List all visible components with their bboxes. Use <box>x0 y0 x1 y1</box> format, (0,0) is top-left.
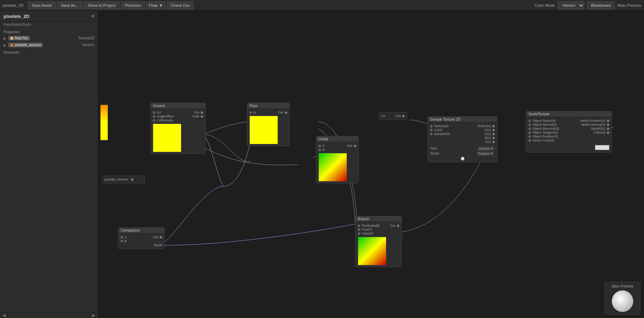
sprite-port-objspace <box>528 120 531 122</box>
main-preview-sphere <box>612 290 633 312</box>
voronoi-header: Voronoi <box>151 103 205 109</box>
toolbar-right: Color Mode <None> Blackboard Main Previe… <box>535 1 641 9</box>
expand-arrow-pixelate: ▶ <box>4 43 6 47</box>
show-in-project-button[interactable]: Show In Project <box>84 1 119 9</box>
branch-port-true <box>358 228 360 231</box>
properties-label: Properties <box>0 28 98 35</box>
divide-body: A Out B <box>316 142 358 183</box>
pixelate-dot <box>10 44 13 47</box>
pixelate-amount-out <box>131 178 133 181</box>
panel-header: pixelate_2D + <box>0 11 98 22</box>
pixelate-label: pixelate_amount <box>15 43 41 47</box>
divide-out-port <box>354 145 356 147</box>
panel-subtitle: EasyGameStudio <box>0 22 98 28</box>
pixelate-type: Vector1 <box>82 43 94 47</box>
st-out-rgba <box>492 125 495 127</box>
property-row-pixelate[interactable]: ▶ pixelate_amount Vector1 <box>0 42 98 48</box>
save-as-button[interactable]: Save As... <box>57 1 83 9</box>
connections-svg <box>98 11 644 318</box>
panel-bottom-bar: ◀ ▶ <box>0 312 98 318</box>
property-row-maintex[interactable]: ▶ MainTex Texture2D <box>0 35 98 42</box>
color-mode-label: Color Mode <box>535 3 555 8</box>
sample-texture-body: Texture2D RGBA(4) UV(2) R(1) Sampler2D G… <box>428 122 497 162</box>
maintex-badge[interactable]: MainTex <box>8 36 30 40</box>
floor-header: Floor <box>247 103 289 109</box>
st-out-g <box>492 133 495 135</box>
panel-right-arrow[interactable]: ▶ <box>92 313 95 317</box>
sprite-texture-node[interactable]: SpriteTexture Object Space(4) Vertex Pos… <box>526 111 612 153</box>
branch-header: Branch <box>356 216 401 222</box>
branch-preview <box>358 237 386 265</box>
color-mode-select[interactable]: <None> <box>558 1 584 9</box>
pixelate-amount-node[interactable]: pixelate_amount <box>102 175 145 183</box>
main-preview-title: Main Preview <box>609 284 636 288</box>
sprite-out-splat <box>607 127 609 130</box>
voronoi-body: UV Out AngleOffset Cells CellDensity <box>151 109 205 154</box>
uv-out-port <box>402 115 405 117</box>
voronoi-preview <box>153 124 181 152</box>
voronoi-port-uv <box>153 111 155 114</box>
floor-port-in <box>249 111 252 114</box>
maintex-type: Texture2D <box>78 36 94 40</box>
divide-port-b <box>318 149 321 151</box>
sprite-out-normal <box>607 124 609 126</box>
st-port-sampler <box>430 133 433 135</box>
save-asset-button[interactable]: Save Asset <box>28 1 55 9</box>
st-out-r <box>492 129 495 131</box>
sprite-white-box <box>595 145 609 150</box>
uv-body: UV Out <box>379 112 407 120</box>
canvas-area[interactable]: Voronoi UV Out AngleOffset Cells CellDen… <box>98 11 644 318</box>
sprite-port-objnormal <box>528 124 531 126</box>
sprite-port-binormal <box>528 127 531 130</box>
floor-node[interactable]: Floor In Out <box>247 103 290 146</box>
branch-node[interactable]: Branch Predicate(B) Out True(T) False(F) <box>355 216 402 267</box>
comparison-header: Comparison <box>118 228 164 233</box>
precision-button[interactable]: Precision <box>121 1 145 9</box>
expand-arrow-maintex: ▶ <box>4 37 6 40</box>
st-dot-indicator <box>461 157 464 160</box>
window-title: pixelate_2D <box>3 3 24 8</box>
sprite-port-tangent <box>528 131 531 134</box>
main-preview-panel: Main Preview <box>605 282 640 314</box>
uv-node[interactable]: UV Out <box>379 112 407 120</box>
gradient-bar-preview <box>100 105 108 140</box>
sprite-out-pos <box>607 120 609 122</box>
floor-body: In Out <box>247 109 289 146</box>
voronoi-node[interactable]: Voronoi UV Out AngleOffset Cells CellDen… <box>150 103 206 154</box>
main-preview-label: Main Preview <box>618 3 641 8</box>
maintex-label: MainTex <box>15 36 28 40</box>
voronoi-cells-port <box>201 115 203 118</box>
sprite-texture-header: SpriteTexture <box>526 111 611 117</box>
branch-port-pred <box>358 225 360 227</box>
voronoi-port-density <box>153 119 155 122</box>
sample-texture-node[interactable]: Sample Texture 2D Texture2D RGBA(4) UV(2… <box>428 116 497 162</box>
float-dropdown[interactable]: Float ▼ <box>146 1 165 9</box>
divide-node[interactable]: Divide A Out B <box>316 136 359 183</box>
left-panel: pixelate_2D + EasyGameStudio Properties … <box>0 11 98 318</box>
st-out-a <box>492 141 495 143</box>
panel-left-arrow[interactable]: ◀ <box>3 313 6 317</box>
st-port-tex <box>430 125 433 127</box>
comparison-node[interactable]: Comparison A Out B Equal <box>118 227 165 249</box>
keywords-label: Keywords <box>0 48 98 55</box>
gradient-bar-node[interactable] <box>100 105 129 140</box>
panel-title: pixelate_2D <box>4 14 29 19</box>
comp-port-a <box>121 236 123 238</box>
floor-out-port <box>285 111 287 114</box>
pixelate-badge[interactable]: pixelate_amount <box>8 43 43 47</box>
sprite-out-color <box>607 131 609 134</box>
comp-equal-label: Equal <box>154 243 162 247</box>
blackboard-button[interactable]: Blackboard <box>587 1 615 9</box>
check-out-button[interactable]: Check Out <box>167 1 193 9</box>
divide-preview <box>318 153 347 182</box>
branch-port-false <box>358 232 360 235</box>
st-out-b <box>492 137 495 139</box>
sample-texture-header: Sample Texture 2D <box>428 117 497 122</box>
toolbar: pixelate_2D Save Asset Save As... Show I… <box>0 0 644 11</box>
sprite-port-objpos <box>528 135 531 138</box>
comp-out-port <box>160 236 162 238</box>
st-port-uv <box>430 129 433 131</box>
divide-port-a <box>318 145 321 147</box>
sprite-port-vertcolor <box>528 139 531 142</box>
add-property-button[interactable]: + <box>91 13 94 19</box>
